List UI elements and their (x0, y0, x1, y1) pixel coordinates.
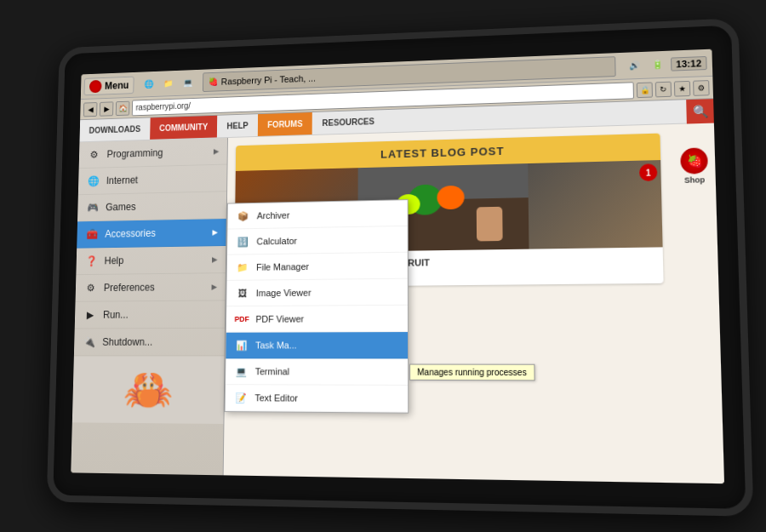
network-icon: 🔊 (624, 55, 643, 75)
submenu-text-editor[interactable]: 📝 Text Editor (226, 385, 409, 413)
menu-label: Menu (105, 79, 129, 91)
accessories-arrow-icon: ▶ (212, 227, 218, 236)
submenu-file-manager[interactable]: 📁 File Manager (227, 252, 408, 280)
submenu-image-viewer[interactable]: 🖼 Image Viewer (226, 278, 408, 306)
tablet-device: Menu 🌐 📁 💻 🍓 Raspberry Pi - Teach, ... 🔊… (47, 18, 754, 517)
taskbar-right: 🔊 🔋 13:12 (619, 53, 712, 75)
submenu-task-manager[interactable]: 📊 Task Ma... (226, 332, 408, 358)
task-manager-icon: 📊 (234, 337, 249, 352)
shop-raspberry-logo: 🍓 (680, 147, 708, 174)
refresh-button[interactable]: ↻ (655, 81, 672, 97)
task-manager-tooltip: Manages running processes (409, 363, 534, 380)
games-icon: 🎮 (85, 200, 100, 215)
run-icon: ▶ (83, 307, 97, 322)
accessories-label: Accessories (105, 227, 156, 239)
nav-downloads[interactable]: DOWNLOADS (79, 117, 150, 141)
raspberry-favicon: 🍓 (209, 77, 218, 86)
menu-item-help[interactable]: ❓ Help ▶ (76, 245, 226, 274)
nav-community[interactable]: COMMUNITY (150, 115, 218, 139)
menu-item-run[interactable]: ▶ Run... (75, 300, 226, 329)
file-manager-icon: 📁 (235, 260, 249, 275)
menu-item-internet[interactable]: 🌐 Internet (78, 164, 227, 195)
calculator-label: Calculator (256, 235, 297, 245)
preferences-arrow-icon: ▶ (211, 282, 217, 290)
archiver-icon: 📦 (236, 208, 250, 223)
nav-help[interactable]: HELP (217, 114, 258, 137)
left-menu: ⚙ Programming ▶ 🌐 Internet 🎮 Games 🧰 Acc… (71, 137, 228, 474)
terminal-icon: 💻 (180, 73, 197, 91)
internet-icon: 🌐 (86, 174, 100, 188)
text-editor-icon: 📝 (233, 390, 249, 405)
preferences-label: Preferences (104, 281, 155, 293)
lock-icon: 🔒 (637, 81, 653, 97)
image-viewer-label: Image Viewer (256, 287, 312, 297)
nav-forums[interactable]: FORUMS (258, 112, 312, 135)
accessories-icon: 🧰 (84, 226, 99, 241)
menu-item-programming[interactable]: ⚙ Programming ▶ (79, 137, 227, 168)
games-label: Games (106, 201, 136, 213)
shop-icon-container: 🍓 Shop (680, 147, 708, 185)
home-button[interactable]: 🏠 (116, 100, 130, 115)
raspberry-logo-icon (89, 79, 102, 92)
shutdown-label: Shutdown... (102, 335, 152, 347)
image-viewer-icon: 🖼 (235, 285, 249, 300)
programming-icon: ⚙ (87, 147, 101, 162)
pdf-viewer-label: PDF Viewer (255, 313, 304, 323)
forward-button[interactable]: ▶ (100, 100, 114, 115)
pdf-icon: PDF (234, 311, 249, 326)
shop-label: Shop (684, 175, 705, 185)
url-text: raspberrypi.org/ (135, 100, 190, 112)
archiver-label: Archiver (257, 209, 290, 220)
taskbar-left: Menu (81, 75, 138, 94)
accessories-submenu: 📦 Archiver 🔢 Calculator 📁 File Manager 🖼… (225, 199, 409, 414)
text-editor-label: Text Editor (254, 392, 298, 403)
back-button[interactable]: ◀ (83, 101, 98, 116)
shutdown-icon: 🔌 (82, 335, 96, 349)
volume-icon: 🔋 (647, 54, 667, 74)
bookmark-button[interactable]: ★ (674, 80, 691, 96)
menu-item-preferences[interactable]: ⚙ Preferences ▶ (76, 273, 226, 302)
submenu-pdf-viewer[interactable]: PDF PDF Viewer (226, 305, 408, 332)
submenu-calculator[interactable]: 🔢 Calculator (227, 226, 408, 255)
programming-label: Programming (106, 146, 163, 159)
task-manager-label: Task Ma... (255, 340, 297, 350)
submenu-terminal[interactable]: 💻 Terminal (226, 358, 408, 386)
globe-icon: 🌐 (140, 75, 157, 93)
menu-item-shutdown[interactable]: 🔌 Shutdown... (74, 328, 225, 356)
terminal-label: Terminal (255, 366, 289, 376)
help-label: Help (104, 255, 123, 266)
svg-rect-6 (477, 206, 503, 241)
terminal-submenu-icon: 💻 (234, 363, 249, 379)
run-label: Run... (103, 308, 129, 320)
clock-display: 13:12 (671, 55, 707, 71)
blog-badge: 1 (639, 163, 658, 181)
arrow-icon: ▶ (214, 146, 220, 155)
menu-item-games[interactable]: 🎮 Games (77, 192, 226, 221)
nav-resources[interactable]: RESOURCES (312, 110, 385, 134)
calculator-icon: 🔢 (236, 233, 250, 249)
file-manager-label: File Manager (256, 261, 309, 272)
internet-label: Internet (106, 174, 138, 186)
settings-button[interactable]: ⚙ (693, 79, 710, 95)
search-icon[interactable]: 🔍 (686, 99, 714, 123)
preferences-icon: ⚙ (83, 280, 98, 295)
submenu-archiver[interactable]: 📦 Archiver (227, 200, 407, 229)
help-arrow-icon: ▶ (212, 255, 218, 263)
help-icon: ❓ (84, 253, 99, 267)
crab-decoration: 🦀 (72, 356, 225, 424)
menu-button[interactable]: Menu (84, 76, 134, 95)
main-area: ⚙ Programming ▶ 🌐 Internet 🎮 Games 🧰 Acc… (71, 123, 724, 483)
screen: Menu 🌐 📁 💻 🍓 Raspberry Pi - Teach, ... 🔊… (71, 49, 724, 483)
folder-icon: 📁 (160, 74, 178, 92)
taskbar-app-icons: 🌐 📁 💻 (137, 73, 200, 93)
crab-icon: 🦀 (123, 365, 173, 414)
menu-item-accessories[interactable]: 🧰 Accessories ▶ (77, 219, 226, 249)
window-title-text: Raspberry Pi - Teach, ... (221, 72, 316, 86)
